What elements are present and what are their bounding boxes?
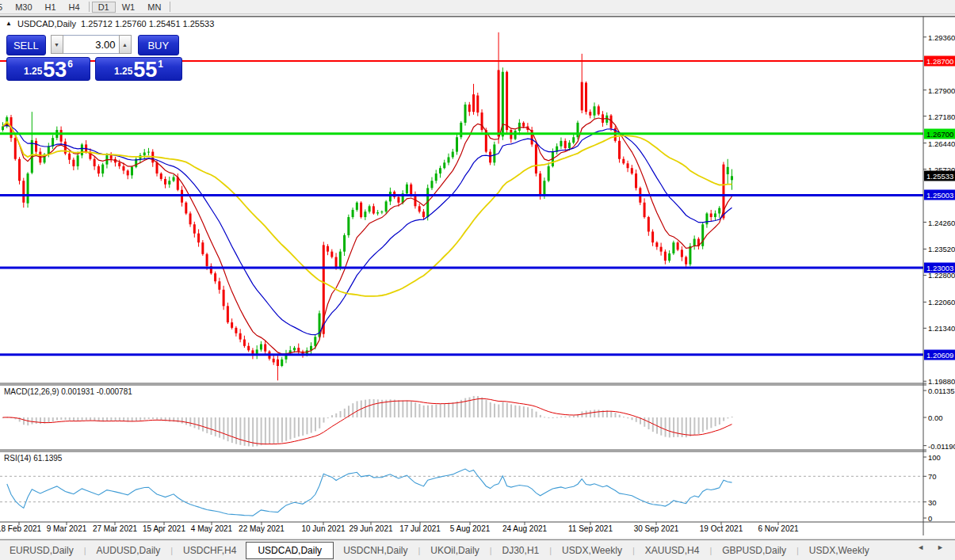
price-axis-label: 1.23520 [928, 245, 955, 253]
tab-audusd-daily[interactable]: AUDUSD,Daily [87, 543, 170, 558]
tab-scroll-left-icon[interactable]: ◄ [917, 543, 924, 551]
volume-decrease-button[interactable]: ▼ [51, 35, 63, 54]
tab-usdx-weekly[interactable]: USDX,Weekly [552, 543, 632, 558]
buy-price-pip: 1 [158, 59, 163, 70]
sell-price-big: 53 [43, 60, 67, 80]
rsi-axis-label: 30 [928, 497, 937, 506]
buy-quote-button[interactable]: 1.25 55 1 [95, 57, 182, 81]
tab-scroll-arrows: ◄ ► [917, 543, 944, 551]
tab-dj30-h1[interactable]: DJ30,H1 [493, 543, 549, 558]
date-axis-label: 24 Aug 2021 [502, 524, 547, 533]
buy-price-big: 55 [133, 60, 157, 80]
rsi-axis-label: 0 [928, 514, 932, 523]
tab-scroll-right-icon[interactable]: ► [937, 543, 944, 551]
buy-button[interactable]: BUY [138, 35, 179, 55]
date-axis-label: 29 Jun 2021 [349, 524, 392, 533]
price-axis-label: 1.21340 [928, 324, 955, 333]
date-axis-label: 10 Jun 2021 [301, 524, 345, 533]
price-axis-label: 1.29360 [928, 32, 955, 41]
date-axis-label: 17 Jul 2021 [399, 524, 441, 533]
chart-title: USDCAD,Daily 1.25712 1.25760 1.25451 1.2… [17, 19, 214, 29]
date-axis-label: 18 Feb 2021 [0, 524, 41, 533]
price-level-tag: 1.26700 [924, 128, 955, 139]
tab-usdcnh-daily[interactable]: USDCNH,Daily [334, 543, 417, 558]
price-axis-label: 1.19880 [928, 377, 955, 386]
rsi-axis-label: 70 [928, 472, 937, 481]
price-axis-label: 1.27900 [928, 86, 955, 94]
date-axis-label: 15 Apr 2021 [143, 524, 185, 533]
macd-axis-label: 0.00 [928, 413, 943, 422]
sell-quote-button[interactable]: 1.25 53 6 [6, 57, 90, 81]
chart-surface[interactable] [0, 17, 923, 522]
price-level-tag: 1.20609 [924, 349, 955, 360]
timeframe-toolbar: 5M30H1H4D1W1MN [0, 0, 955, 14]
toolbar-separator [170, 2, 170, 12]
timeframe-button-h1[interactable]: H1 [39, 2, 63, 13]
panel-collapse-icon[interactable]: ▲ [6, 20, 12, 27]
spin-up-icon: ▲ [122, 42, 128, 48]
price-axis-label: 1.22060 [928, 298, 955, 307]
price-level-tag: 1.25533 [924, 171, 955, 181]
symbol-tab-bar: EURUSD,Daily|AUDUSD,Daily|USDCHF,H4USDCA… [0, 539, 955, 560]
chart-ohlc-values: 1.25712 1.25760 1.25451 1.25533 [81, 19, 214, 29]
date-axis-label: 9 Mar 2021 [47, 524, 87, 533]
sell-price-main: 1.25 [24, 66, 42, 77]
price-level-tag: 1.25003 [924, 190, 955, 200]
date-axis-label: 5 Aug 2021 [450, 524, 491, 533]
sell-price-pip: 6 [67, 59, 73, 70]
chart-symbol-period: USDCAD,Daily [17, 19, 76, 29]
one-click-trading-panel: SELL ▼ ▲ BUY 1.25 53 6 1.25 55 1 [6, 35, 179, 81]
tab-gbpusd-daily[interactable]: GBPUSD,Daily [712, 543, 796, 558]
tab-usdcad-daily[interactable]: USDCAD,Daily [246, 542, 334, 559]
macd-axis-label: 0.01135 [928, 387, 955, 395]
timeframe-button-w1[interactable]: W1 [116, 2, 142, 13]
price-level-tag: 1.23003 [924, 263, 955, 273]
date-axis-label: 6 Nov 2021 [758, 524, 798, 533]
timeframe-button-h4[interactable]: H4 [63, 2, 86, 13]
volume-input[interactable] [63, 35, 119, 54]
tab-usdchf-h4[interactable]: USDCHF,H4 [174, 543, 246, 558]
price-axis-label: 1.27180 [928, 112, 955, 120]
timeframe-button-d1[interactable]: D1 [92, 2, 116, 13]
timeframe-button-5[interactable]: 5 [0, 2, 9, 13]
macd-indicator-label: MACD(12,26,9) 0.001931 -0.000781 [4, 387, 132, 396]
volume-increase-button[interactable]: ▲ [119, 35, 132, 54]
toolbar-separator [89, 2, 90, 12]
tab-xauusd-h4[interactable]: XAUUSD,H4 [636, 543, 709, 558]
date-axis-label: 30 Sep 2021 [634, 524, 679, 533]
tab-ukoil-daily[interactable]: UKOil,Daily [421, 543, 488, 558]
tab-eurusd-daily[interactable]: EURUSD,Daily [0, 543, 83, 558]
date-axis-label: 27 Mar 2021 [93, 524, 137, 533]
macd-axis-label: -0.01190 [928, 441, 955, 450]
price-level-tag: 1.28700 [924, 56, 955, 67]
price-axis-label: 1.24260 [928, 218, 955, 227]
price-axis-label: 1.26440 [928, 139, 955, 147]
rsi-axis-label: 100 [928, 453, 941, 462]
timeframe-button-m30[interactable]: M30 [9, 2, 38, 13]
date-axis-label: 4 May 2021 [191, 524, 232, 533]
rsi-indicator-label: RSI(14) 61.1395 [4, 454, 62, 463]
date-axis-label: 19 Oct 2021 [700, 524, 743, 533]
buy-price-main: 1.25 [114, 66, 132, 77]
sell-button[interactable]: SELL [6, 35, 46, 55]
spin-down-icon: ▼ [54, 42, 59, 48]
tab-usdx-weekly[interactable]: USDX,Weekly [800, 543, 879, 558]
timeframe-button-mn[interactable]: MN [141, 2, 167, 13]
date-axis-label: 11 Sep 2021 [568, 524, 613, 533]
date-axis-label: 22 May 2021 [239, 524, 285, 533]
